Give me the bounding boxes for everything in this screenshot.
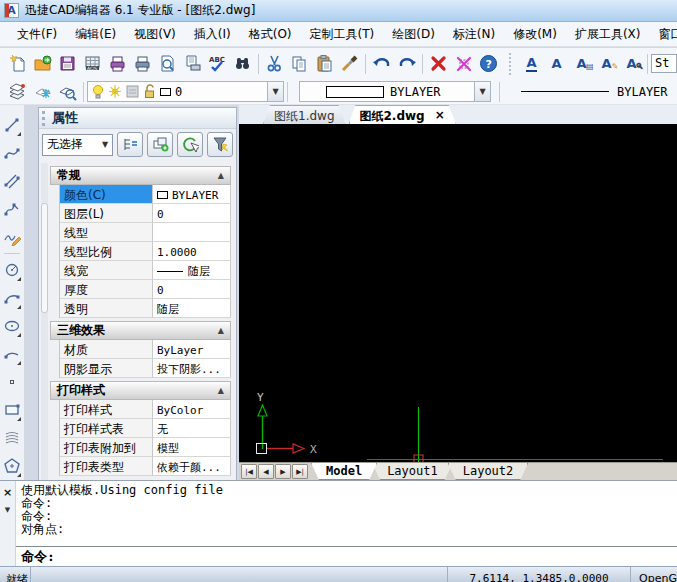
select-objects-button[interactable] — [147, 132, 173, 157]
property-row-shadow-display[interactable]: 阴影显示 投下阴影... — [59, 359, 231, 378]
tab-layout2[interactable]: Layout2 — [448, 463, 529, 480]
print-preview-button[interactable] — [155, 51, 180, 76]
menu-format[interactable]: 格式(O) — [240, 23, 301, 46]
property-row-color[interactable]: 颜色(C) BYLAYER — [59, 185, 231, 204]
menu-edit[interactable]: 编辑(E) — [66, 23, 125, 46]
tab-model[interactable]: Model — [311, 463, 377, 480]
save-button[interactable] — [55, 51, 80, 76]
first-layout-button[interactable]: |◀ — [241, 464, 257, 479]
coil-tool[interactable] — [1, 424, 23, 452]
menu-dimension[interactable]: 标注(N) — [444, 23, 504, 46]
property-row-linetype[interactable]: 线型 — [59, 223, 231, 242]
property-row-layer[interactable]: 图层(L) 0 — [59, 204, 231, 223]
menu-express-tools[interactable]: 扩展工具(X) — [566, 23, 650, 46]
undo-button[interactable] — [369, 51, 394, 76]
property-row-lineweight[interactable]: 线宽 随层 — [59, 261, 231, 280]
find-button[interactable] — [230, 51, 255, 76]
text-edit-button[interactable]: A▤ — [569, 51, 594, 76]
layers-button[interactable] — [5, 81, 30, 103]
collapse-icon[interactable]: ▲ — [218, 386, 224, 395]
collapse-icon[interactable]: ▲ — [218, 326, 224, 335]
section-3d-effects[interactable]: 三维效果 ▲ — [50, 321, 231, 340]
arc-tool[interactable] — [1, 284, 23, 312]
multiline-tool[interactable] — [1, 167, 23, 195]
purge-button[interactable] — [451, 51, 476, 76]
ellipse-tool[interactable] — [1, 312, 23, 340]
close-tab-icon[interactable]: × — [435, 108, 445, 124]
collapse-icon[interactable]: ▲ — [218, 171, 224, 180]
menu-insert[interactable]: 插入(I) — [185, 23, 240, 46]
property-row-plot-style[interactable]: 打印样式 ByColor — [59, 400, 231, 419]
spline-tool[interactable] — [1, 139, 23, 167]
cut-button[interactable] — [262, 51, 287, 76]
new-file-button[interactable] — [5, 51, 30, 76]
selection-filter-button[interactable] — [207, 132, 233, 157]
drawing-canvas[interactable]: Y X — [239, 124, 677, 462]
polyline-tool[interactable] — [1, 195, 23, 223]
help-button[interactable]: ? — [476, 51, 501, 76]
format-painter-button[interactable] — [337, 51, 362, 76]
text-find-button[interactable]: A🔍︎ — [619, 51, 644, 76]
property-row-linetype-scale[interactable]: 线型比例 1.0000 — [59, 242, 231, 261]
close-command-icon[interactable]: × — [3, 488, 12, 498]
panel-grip[interactable] — [42, 111, 46, 126]
property-row-material[interactable]: 材质 ByLayer — [59, 340, 231, 359]
scrollbar-thumb[interactable] — [41, 203, 48, 313]
delete-button[interactable] — [426, 51, 451, 76]
last-layout-button[interactable]: ▶| — [292, 464, 308, 479]
menu-modify[interactable]: 修改(M) — [504, 23, 566, 46]
property-row-thickness[interactable]: 厚度 0 — [59, 280, 231, 299]
selection-dropdown[interactable]: 无选择 ▼ — [42, 134, 113, 156]
text-style-button[interactable]: A✎ — [594, 51, 619, 76]
color-combo[interactable]: BYLAYER ▼ — [299, 81, 491, 102]
command-history[interactable]: 使用默认模板.Using config file 命令: 命令: 对角点: 命令… — [16, 481, 677, 566]
layer-search-button[interactable] — [55, 81, 80, 103]
circle-tool[interactable] — [1, 256, 23, 284]
print-button[interactable] — [130, 51, 155, 76]
command-expand-icon[interactable]: ▼ — [5, 506, 10, 514]
text-underline-button[interactable]: A — [519, 51, 544, 76]
open-file-button[interactable] — [30, 51, 55, 76]
doc-tab-1[interactable]: 图纸1.dwg — [263, 105, 346, 124]
line-tool[interactable] — [1, 111, 23, 139]
prev-layout-button[interactable]: ◀ — [258, 464, 274, 479]
layer-dropdown-arrow[interactable]: ▼ — [267, 82, 283, 101]
export-acis-button[interactable]: ACIS — [80, 51, 105, 76]
menu-file[interactable]: 文件(F) — [8, 23, 66, 46]
sketch-tool[interactable] — [1, 223, 23, 251]
panel-scrollbar[interactable] — [41, 163, 48, 483]
doc-tab-2-active[interactable]: 图纸2.dwg × — [349, 105, 456, 124]
command-input[interactable]: 命令: — [16, 546, 677, 566]
print-document-button[interactable] — [180, 51, 205, 76]
tab-layout1[interactable]: Layout1 — [372, 463, 453, 480]
section-plot-style[interactable]: 打印样式 ▲ — [50, 381, 231, 400]
menu-window[interactable]: 窗口(W) — [649, 23, 677, 46]
property-row-plot-style-table[interactable]: 打印样式表 无 — [59, 419, 231, 438]
redo-button[interactable] — [394, 51, 419, 76]
spell-check-button[interactable]: ABC — [205, 51, 230, 76]
ellipse-arc-tool[interactable] — [1, 340, 23, 368]
point-tool[interactable] — [1, 368, 23, 396]
quick-select-button[interactable] — [117, 132, 143, 157]
section-general[interactable]: 常规 ▲ — [50, 166, 231, 185]
next-layout-button[interactable]: ▶ — [275, 464, 291, 479]
property-row-plot-table-type[interactable]: 打印表类型 依赖于颜... — [59, 457, 231, 476]
layer-combo[interactable]: 0 ▼ — [87, 81, 284, 102]
menu-draw[interactable]: 绘图(D) — [383, 23, 444, 46]
rectangle-tool[interactable] — [1, 396, 23, 424]
text-style-dropdown[interactable]: St — [651, 54, 677, 73]
properties-panel-header[interactable]: 属性 — [39, 108, 236, 129]
plot-button[interactable] — [105, 51, 130, 76]
paste-button[interactable] — [312, 51, 337, 76]
menu-custom-tools[interactable]: 定制工具(T) — [301, 23, 384, 46]
property-row-transparency[interactable]: 透明 随层 — [59, 299, 231, 318]
menu-view[interactable]: 视图(V) — [125, 23, 185, 46]
text-button[interactable]: A — [544, 51, 569, 76]
copy-button[interactable] — [287, 51, 312, 76]
toggle-pickadd-button[interactable] — [177, 132, 203, 157]
polygon-tool[interactable] — [1, 452, 23, 480]
layer-freeze-button[interactable] — [30, 81, 55, 103]
color-dropdown-arrow[interactable]: ▼ — [474, 82, 490, 101]
property-row-plot-table-attached-to[interactable]: 打印表附加到 模型 — [59, 438, 231, 457]
linetype-combo[interactable]: BYLAYER — [513, 85, 668, 99]
